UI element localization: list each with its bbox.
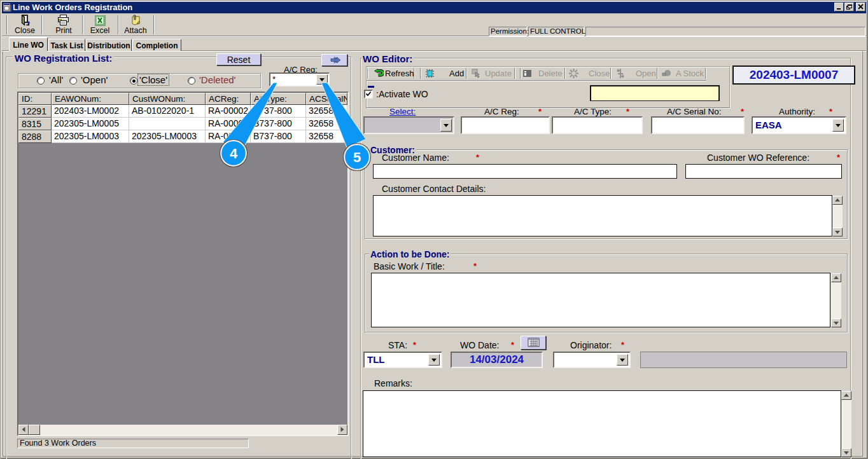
svg-text:4: 4 [230,146,238,161]
svg-text:5: 5 [353,149,361,165]
